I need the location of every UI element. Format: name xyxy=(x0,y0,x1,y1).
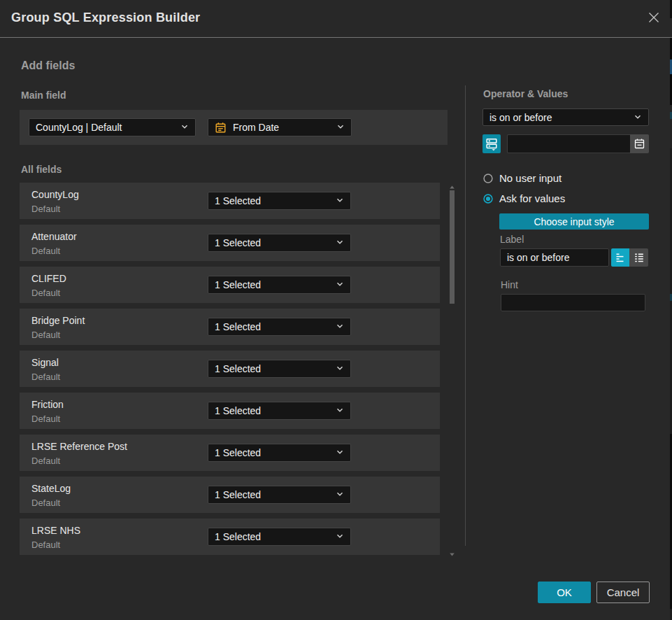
field-values-select-value: 1 Selected xyxy=(215,447,261,458)
hint-input[interactable] xyxy=(501,294,645,311)
field-name: LRSE Reference Post xyxy=(31,441,127,452)
field-subtitle: Default xyxy=(31,246,60,256)
operator-select[interactable]: is on or before xyxy=(482,108,649,126)
close-icon xyxy=(648,12,659,23)
cancel-button[interactable]: Cancel xyxy=(596,582,650,603)
value-style-button[interactable] xyxy=(482,134,501,153)
field-row: CLIFED Default 1 Selected xyxy=(20,267,440,303)
value-input[interactable] xyxy=(507,134,630,153)
field-name: CLIFED xyxy=(31,273,66,284)
field-values-select[interactable]: 1 Selected xyxy=(208,444,351,462)
chevron-down-icon xyxy=(634,112,642,123)
operator-values-heading: Operator & Values xyxy=(483,88,568,99)
choose-input-style-button[interactable]: Choose input style xyxy=(499,213,649,230)
chevron-down-icon xyxy=(180,122,189,133)
field-row: LRSE NHS Default 1 Selected xyxy=(20,519,440,555)
scrollbar-up-arrow-icon[interactable] xyxy=(450,185,455,189)
scrollbar-down-arrow-icon[interactable] xyxy=(450,553,455,556)
field-values-select-value: 1 Selected xyxy=(215,237,261,248)
field-values-select[interactable]: 1 Selected xyxy=(208,360,351,378)
field-subtitle: Default xyxy=(31,540,60,550)
chevron-down-icon xyxy=(336,195,344,206)
date-picker-button[interactable] xyxy=(630,134,649,153)
field-subtitle: Default xyxy=(31,204,60,214)
main-field-heading: Main field xyxy=(21,90,66,101)
field-name: CountyLog xyxy=(31,189,79,200)
stacked-list-icon xyxy=(485,136,499,151)
field-values-select-value: 1 Selected xyxy=(215,279,261,290)
field-name: LRSE NHS xyxy=(31,525,80,536)
field-name: Signal xyxy=(31,357,59,368)
cancel-button-label: Cancel xyxy=(607,586,640,598)
field-row: Friction Default 1 Selected xyxy=(20,393,440,429)
field-subtitle: Default xyxy=(31,414,60,424)
chevron-down-icon xyxy=(336,489,344,500)
field-select[interactable]: From Date xyxy=(208,118,352,136)
choose-input-style-label: Choose input style xyxy=(534,216,614,227)
field-subtitle: Default xyxy=(31,372,60,382)
align-left-icon xyxy=(615,252,626,263)
operator-select-value: is on or before xyxy=(489,112,552,123)
chevron-down-icon xyxy=(336,237,344,248)
ok-button[interactable]: OK xyxy=(538,582,591,603)
field-name: Attenuator xyxy=(31,231,77,242)
field-row: Signal Default 1 Selected xyxy=(20,351,440,387)
close-button[interactable] xyxy=(646,10,662,25)
scrollbar-thumb[interactable] xyxy=(450,190,455,304)
chevron-down-icon xyxy=(336,363,344,374)
dialog-title: Group SQL Expression Builder xyxy=(11,10,200,25)
title-bar: Group SQL Expression Builder xyxy=(0,0,670,37)
field-values-select[interactable]: 1 Selected xyxy=(208,234,351,252)
field-name: StateLog xyxy=(31,483,71,494)
field-values-select[interactable]: 1 Selected xyxy=(208,486,351,504)
field-name: Friction xyxy=(31,399,64,410)
hint-caption: Hint xyxy=(501,279,518,290)
field-row: StateLog Default 1 Selected xyxy=(20,477,440,513)
field-select-value: From Date xyxy=(233,122,279,133)
list-style-button[interactable] xyxy=(629,248,648,267)
field-subtitle: Default xyxy=(31,456,60,466)
field-row: CountyLog Default 1 Selected xyxy=(20,183,440,219)
chevron-down-icon xyxy=(336,405,344,416)
label-caption: Label xyxy=(500,234,524,245)
field-values-select-value: 1 Selected xyxy=(215,195,261,206)
chevron-down-icon xyxy=(336,447,344,458)
field-row: LRSE Reference Post Default 1 Selected xyxy=(20,435,440,471)
column-divider xyxy=(465,85,466,546)
main-field-panel: CountyLog | Default From Date xyxy=(20,110,448,145)
list-icon xyxy=(634,252,645,263)
label-input-text: is on or before xyxy=(507,252,570,263)
chevron-down-icon xyxy=(336,321,344,332)
single-line-style-button[interactable] xyxy=(611,248,629,267)
field-values-select-value: 1 Selected xyxy=(215,321,261,332)
field-values-select-value: 1 Selected xyxy=(215,363,261,374)
field-values-select[interactable]: 1 Selected xyxy=(208,528,351,546)
label-input[interactable]: is on or before xyxy=(500,248,609,267)
title-divider xyxy=(0,37,670,38)
chevron-down-icon xyxy=(336,531,344,542)
field-values-select[interactable]: 1 Selected xyxy=(208,318,351,336)
calendar-icon xyxy=(634,138,645,150)
all-fields-heading: All fields xyxy=(21,164,62,175)
field-values-select[interactable]: 1 Selected xyxy=(208,402,351,420)
field-row: Attenuator Default 1 Selected xyxy=(20,225,440,261)
radio-checked-icon xyxy=(483,194,493,204)
radio-unchecked-icon xyxy=(483,174,493,183)
layer-select[interactable]: CountyLog | Default xyxy=(29,118,196,136)
field-subtitle: Default xyxy=(31,288,60,298)
radio-ask-for-values-label: Ask for values xyxy=(499,192,565,204)
field-values-select-value: 1 Selected xyxy=(215,489,261,500)
field-subtitle: Default xyxy=(31,498,60,508)
chevron-down-icon xyxy=(336,279,344,290)
ok-button-label: OK xyxy=(557,586,572,598)
field-values-select[interactable]: 1 Selected xyxy=(208,276,351,294)
field-values-select-value: 1 Selected xyxy=(215,531,261,542)
calendar-icon xyxy=(215,122,227,134)
layer-select-value: CountyLog | Default xyxy=(36,122,122,133)
field-values-select[interactable]: 1 Selected xyxy=(208,192,351,210)
radio-no-user-input[interactable]: No user input xyxy=(483,172,562,184)
field-values-select-value: 1 Selected xyxy=(215,405,261,416)
field-row: Bridge Point Default 1 Selected xyxy=(20,309,440,345)
add-fields-heading: Add fields xyxy=(21,59,75,72)
radio-ask-for-values[interactable]: Ask for values xyxy=(483,192,565,204)
